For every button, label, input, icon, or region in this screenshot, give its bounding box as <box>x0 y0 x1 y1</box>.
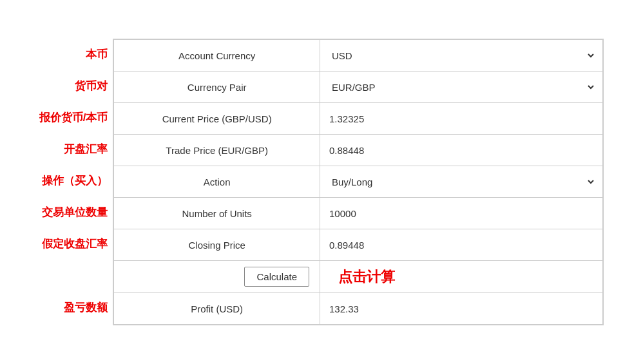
current-price-value[interactable] <box>320 103 603 135</box>
units-input[interactable] <box>327 207 596 220</box>
row-profit: Profit (USD) <box>114 293 603 325</box>
currency-pair-label: Currency Pair <box>114 72 320 103</box>
trade-price-value[interactable] <box>320 135 603 166</box>
closing-price-label: Closing Price <box>114 229 320 261</box>
current-price-label: Current Price (GBP/USD) <box>114 103 320 135</box>
profit-input <box>327 302 596 316</box>
label-calculate-row <box>39 260 113 292</box>
row-currency-pair: Currency Pair EUR/GBP EUR/USD GBP/USD US… <box>114 72 603 103</box>
units-label: Number of Units <box>114 198 320 229</box>
action-label: Action <box>114 166 320 198</box>
main-table-container: Account Currency USD EUR GBP JPY Currenc… <box>113 39 604 325</box>
label-profit: 盈亏数额 <box>39 292 113 323</box>
label-closing-price: 假定收盘汇率 <box>39 228 113 260</box>
calculate-annotation-cell: 点击计算 <box>320 261 603 293</box>
profit-value <box>320 293 603 325</box>
action-select[interactable]: Buy/Long Sell/Short <box>327 175 596 189</box>
calculate-cell: Calculate <box>114 261 320 293</box>
profit-label: Profit (USD) <box>114 293 320 325</box>
label-current-price: 报价货币/本币 <box>39 102 113 133</box>
row-current-price: Current Price (GBP/USD) <box>114 103 603 135</box>
calculator-table: Account Currency USD EUR GBP JPY Currenc… <box>113 39 603 325</box>
account-currency-select[interactable]: USD EUR GBP JPY <box>327 48 596 63</box>
calculator-wrapper: 本币 货币对 报价货币/本币 开盘汇率 操作（买入） 交易单位数量 假定收盘汇率… <box>39 39 604 325</box>
action-value[interactable]: Buy/Long Sell/Short <box>320 166 603 198</box>
currency-pair-select[interactable]: EUR/GBP EUR/USD GBP/USD USD/JPY <box>327 80 596 95</box>
units-value[interactable] <box>320 198 603 229</box>
label-currency-pair: 货币对 <box>39 70 113 102</box>
currency-pair-value[interactable]: EUR/GBP EUR/USD GBP/USD USD/JPY <box>320 72 603 103</box>
labels-column: 本币 货币对 报价货币/本币 开盘汇率 操作（买入） 交易单位数量 假定收盘汇率… <box>39 39 113 323</box>
row-action: Action Buy/Long Sell/Short <box>114 166 603 198</box>
account-currency-value[interactable]: USD EUR GBP JPY <box>320 40 603 72</box>
calculate-button[interactable]: Calculate <box>244 267 309 287</box>
row-calculate: Calculate 点击计算 <box>114 261 603 293</box>
row-closing-price: Closing Price <box>114 229 603 261</box>
calculate-annotation: 点击计算 <box>338 269 395 285</box>
trade-price-label: Trade Price (EUR/GBP) <box>114 135 320 166</box>
account-currency-label: Account Currency <box>114 40 320 72</box>
row-account-currency: Account Currency USD EUR GBP JPY <box>114 40 603 72</box>
label-units: 交易单位数量 <box>39 196 113 228</box>
trade-price-input[interactable] <box>327 144 596 157</box>
label-action: 操作（买入） <box>39 165 113 196</box>
current-price-input[interactable] <box>327 112 596 126</box>
label-trade-price: 开盘汇率 <box>39 133 113 165</box>
closing-price-input[interactable] <box>327 238 596 252</box>
label-account-currency: 本币 <box>39 39 113 70</box>
row-units: Number of Units <box>114 198 603 229</box>
closing-price-value[interactable] <box>320 229 603 261</box>
row-trade-price: Trade Price (EUR/GBP) <box>114 135 603 166</box>
